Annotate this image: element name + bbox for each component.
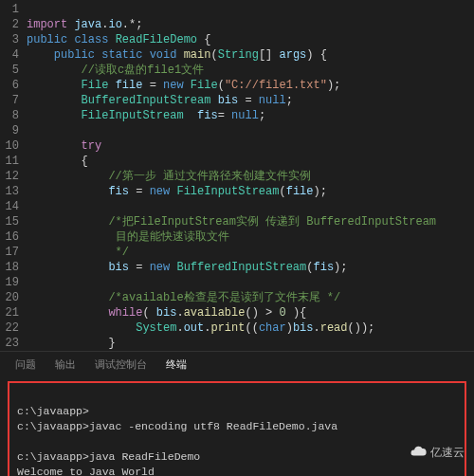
line-number: 12 — [0, 169, 19, 184]
line-number: 15 — [0, 214, 19, 229]
terminal-line: Welcome to Java World — [17, 466, 155, 476]
cloud-icon — [410, 443, 427, 463]
line-number: 13 — [0, 184, 19, 199]
code-line[interactable]: fis = new FileInputStream(file); — [27, 184, 474, 199]
code-line[interactable] — [27, 2, 474, 17]
line-number: 16 — [0, 229, 19, 245]
code-line[interactable]: */ — [27, 245, 474, 260]
code-line[interactable] — [27, 199, 474, 214]
line-number: 10 — [0, 138, 19, 154]
code-line[interactable]: public static void main(String[] args) { — [27, 47, 474, 63]
line-number-gutter: 1234567891011121314151617181920212223 — [0, 0, 27, 351]
tab-debug-console[interactable]: 调试控制台 — [95, 357, 147, 372]
code-line[interactable]: /*available检查是不是读到了文件末尾 */ — [27, 290, 474, 305]
watermark-text: 亿速云 — [430, 445, 465, 461]
code-line[interactable]: try — [27, 138, 474, 154]
panel-tabs: 问题 输出 调试控制台 终端 — [0, 351, 474, 377]
line-number: 9 — [0, 123, 19, 138]
terminal-line: c:\javaapp>java ReadFileDemo — [17, 450, 200, 463]
line-number: 6 — [0, 78, 19, 93]
line-number: 22 — [0, 320, 19, 336]
code-editor[interactable]: 1234567891011121314151617181920212223 im… — [0, 0, 474, 351]
line-number: 19 — [0, 275, 19, 290]
code-line[interactable]: BufferedInputStream bis = null; — [27, 93, 474, 108]
terminal-line: c:\javaapp>javac -encoding utf8 ReadFile… — [17, 420, 337, 432]
line-number: 23 — [0, 336, 19, 351]
watermark: 亿速云 — [410, 443, 465, 463]
line-number: 1 — [0, 2, 19, 17]
line-number: 5 — [0, 63, 19, 78]
line-number: 2 — [0, 17, 19, 32]
tab-problems[interactable]: 问题 — [15, 357, 36, 372]
line-number: 11 — [0, 154, 19, 169]
line-number: 3 — [0, 32, 19, 47]
line-number: 7 — [0, 93, 19, 108]
tab-terminal[interactable]: 终端 — [166, 357, 187, 372]
code-line[interactable]: FileInputStream fis= null; — [27, 108, 474, 123]
code-line[interactable]: //第一步 通过文件路径来创建文件实例 — [27, 169, 474, 184]
code-line[interactable]: } — [27, 336, 474, 351]
code-area[interactable]: import java.io.*;public class ReadFileDe… — [27, 0, 474, 351]
line-number: 14 — [0, 199, 19, 214]
line-number: 21 — [0, 305, 19, 320]
code-line[interactable]: System.out.print((char)bis.read()); — [27, 320, 474, 336]
code-line[interactable] — [27, 123, 474, 138]
line-number: 17 — [0, 245, 19, 260]
code-line[interactable]: while( bis.available() > 0 ){ — [27, 305, 474, 320]
code-line[interactable]: import java.io.*; — [27, 17, 474, 32]
code-line[interactable]: /*把FileInputStream实例 传递到 BufferedInputSt… — [27, 214, 474, 229]
line-number: 18 — [0, 260, 19, 275]
terminal-panel[interactable]: c:\javaapp> c:\javaapp>javac -encoding u… — [8, 381, 466, 476]
code-line[interactable]: { — [27, 154, 474, 169]
code-line[interactable]: //读取c盘的file1文件 — [27, 63, 474, 78]
tab-output[interactable]: 输出 — [55, 357, 76, 372]
code-line[interactable]: bis = new BufferedInputStream(fis); — [27, 260, 474, 275]
code-line[interactable]: public class ReadFileDemo { — [27, 32, 474, 47]
line-number: 20 — [0, 290, 19, 305]
code-line[interactable]: 目的是能快速读取文件 — [27, 229, 474, 245]
terminal-line: c:\javaapp> — [17, 405, 89, 417]
code-line[interactable]: File file = new File("C://file1.txt"); — [27, 78, 474, 93]
line-number: 4 — [0, 47, 19, 63]
line-number: 8 — [0, 108, 19, 123]
code-line[interactable] — [27, 275, 474, 290]
